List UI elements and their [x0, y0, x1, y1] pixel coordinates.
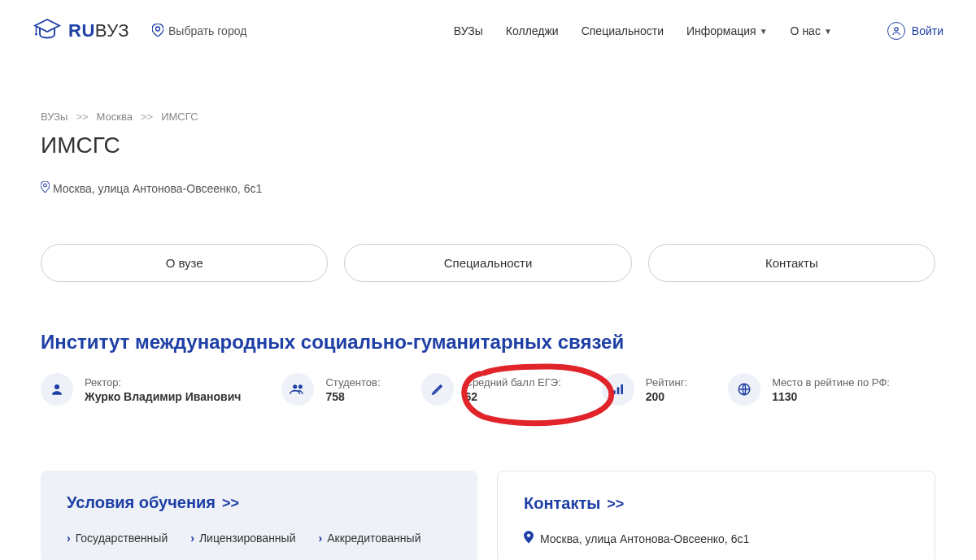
breadcrumb-city[interactable]: Москва — [97, 111, 133, 123]
tab-about[interactable]: О вузе — [41, 244, 328, 282]
svg-point-4 — [298, 384, 303, 389]
user-icon — [887, 22, 905, 40]
svg-point-2 — [54, 384, 59, 389]
nav-vuzy[interactable]: ВУЗы — [454, 24, 483, 37]
city-picker[interactable]: Выбрать город — [152, 24, 246, 39]
chevron-right-icon: › — [319, 532, 323, 545]
stat-label: Студентов: — [325, 376, 380, 389]
breadcrumb-block: ВУЗы >> Москва >> ИМСГС ИМСГС Москва, ул… — [41, 111, 935, 195]
pin-icon — [41, 181, 50, 195]
tab-row: О вузе Специальности Контакты — [41, 244, 935, 282]
stat-students: Студентов: 758 — [281, 373, 380, 406]
svg-rect-5 — [613, 390, 616, 394]
chevron-right-icon: › — [67, 532, 71, 545]
conditions-list: ›Государственный ›Лицензированный ›Аккре… — [67, 532, 451, 545]
login-label: Войти — [912, 24, 943, 37]
stat-value: 62 — [465, 390, 561, 403]
pencil-icon — [421, 373, 454, 406]
page-title: ИМСГС — [41, 132, 935, 158]
condition-item: ›Лицензированный — [190, 532, 295, 545]
nav-about[interactable]: О нас▼ — [791, 24, 832, 37]
people-icon — [281, 373, 314, 406]
breadcrumb-sep: >> — [141, 111, 153, 123]
main-nav: ВУЗы Колледжи Специальности Информация▼ … — [454, 24, 832, 37]
breadcrumb-vuzy[interactable]: ВУЗы — [41, 111, 68, 123]
login-button[interactable]: Войти — [887, 22, 943, 40]
stat-rector: Ректор: Журко Владимир Иванович — [41, 373, 241, 406]
double-arrow-icon: >> — [607, 496, 624, 513]
conditions-card: Условия обучения>> ›Государственный ›Лиц… — [41, 471, 477, 560]
conditions-title[interactable]: Условия обучения>> — [67, 493, 451, 512]
breadcrumb-sep: >> — [76, 111, 88, 123]
stat-label: Место в рейтине по РФ: — [772, 376, 890, 389]
double-arrow-icon: >> — [222, 495, 239, 512]
cards-row: Условия обучения>> ›Государственный ›Лиц… — [41, 471, 935, 560]
address-text: Москва, улица Антонова-Овсеенко, 6с1 — [53, 182, 262, 195]
stats-row: Ректор: Журко Владимир Иванович Студенто… — [41, 373, 935, 406]
logo-text: RUВУЗ — [68, 20, 129, 41]
condition-item: ›Государственный — [67, 532, 168, 545]
svg-rect-7 — [621, 384, 623, 394]
stat-label: Ректор: — [85, 376, 241, 389]
stat-value: 1130 — [772, 390, 890, 403]
contacts-card: Контакты>> Москва, улица Антонова-Овсеен… — [497, 471, 935, 560]
person-icon — [41, 373, 73, 406]
city-label: Выбрать город — [168, 24, 246, 37]
nav-specialties[interactable]: Специальности — [582, 24, 664, 37]
stat-label: Рейтинг: — [646, 376, 687, 389]
svg-rect-6 — [617, 387, 619, 394]
tab-specialties[interactable]: Специальности — [344, 244, 631, 282]
pin-icon — [524, 531, 534, 546]
breadcrumb: ВУЗы >> Москва >> ИМСГС — [41, 111, 935, 123]
stat-label: Средний балл ЕГЭ: — [465, 376, 561, 389]
svg-point-1 — [895, 28, 898, 31]
pin-icon — [152, 24, 163, 39]
address-line: Москва, улица Антонова-Овсеенко, 6с1 — [41, 181, 935, 195]
contact-address: Москва, улица Антонова-Овсеенко, 6с1 — [524, 531, 908, 546]
section-title: Институт международных социально-гуманит… — [41, 331, 935, 354]
stat-avg-score: Средний балл ЕГЭ: 62 — [421, 373, 561, 406]
stat-value: 758 — [325, 390, 380, 403]
caret-down-icon: ▼ — [824, 27, 832, 36]
bars-icon — [602, 373, 634, 406]
graduation-cap-icon — [33, 15, 62, 47]
svg-point-3 — [294, 384, 298, 389]
stat-value: 200 — [646, 390, 687, 403]
chevron-right-icon: › — [190, 532, 194, 545]
globe-icon — [728, 373, 760, 406]
breadcrumb-current: ИМСГС — [161, 111, 198, 123]
header: RUВУЗ Выбрать город ВУЗы Колледжи Специа… — [0, 0, 976, 62]
stat-rating: Рейтинг: 200 — [602, 373, 687, 406]
nav-info[interactable]: Информация▼ — [686, 24, 768, 37]
caret-down-icon: ▼ — [760, 27, 768, 36]
contacts-title[interactable]: Контакты>> — [524, 494, 908, 513]
stat-rank-rf: Место в рейтине по РФ: 1130 — [728, 373, 890, 406]
stat-value: Журко Владимир Иванович — [85, 390, 241, 403]
condition-item: ›Аккредитованный — [319, 532, 421, 545]
logo[interactable]: RUВУЗ — [33, 15, 129, 47]
svg-point-0 — [35, 33, 37, 36]
nav-colleges[interactable]: Колледжи — [506, 24, 559, 37]
tab-contacts[interactable]: Контакты — [648, 244, 935, 282]
